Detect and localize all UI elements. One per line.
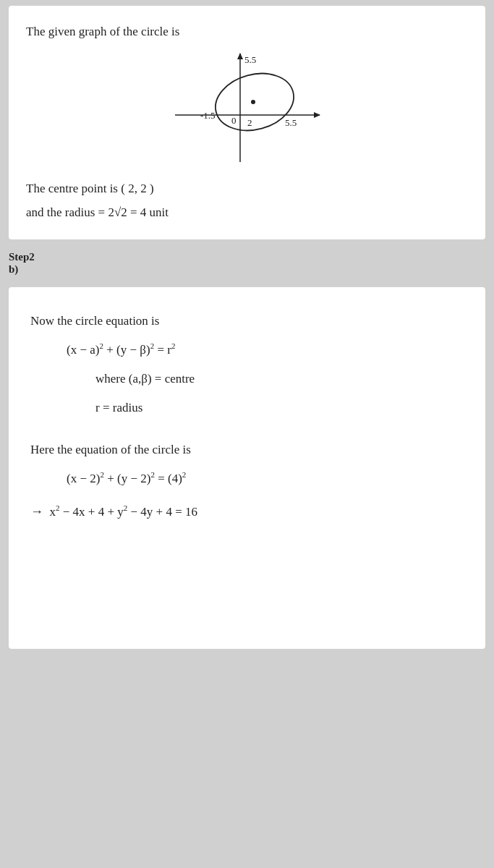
step2-label: Step2 b) xyxy=(0,245,494,281)
section-1: The given graph of the circle is xyxy=(9,6,485,239)
step2-title: Step2 xyxy=(9,251,485,263)
svg-text:-1.5: -1.5 xyxy=(200,110,216,121)
arrow-icon: → xyxy=(30,504,43,519)
radius-text: and the radius = 2√2 = 4 unit xyxy=(26,203,468,224)
svg-text:5.5: 5.5 xyxy=(244,54,256,65)
svg-text:2: 2 xyxy=(247,117,252,128)
svg-marker-3 xyxy=(314,112,320,118)
specific-equation: (x − 2)2 + (y − 2)2 = (4)2 xyxy=(67,467,464,491)
svg-text:0: 0 xyxy=(231,115,237,126)
general-equation: (x − a)2 + (y − β)2 = r2 xyxy=(67,338,464,362)
centre-text: The centre point is ( 2, 2 ) xyxy=(26,179,468,200)
here-line: Here the equation of the circle is xyxy=(30,438,464,462)
svg-text:5.5: 5.5 xyxy=(285,117,297,128)
expanded-equation: → x2 − 4x + 4 + y2 − 4y + 4 = 16 xyxy=(30,498,464,524)
r-radius: r = radius xyxy=(95,396,464,420)
where-centre: where (a,β) = centre xyxy=(95,367,464,391)
section-2: Now the circle equation is (x − a)2 + (y… xyxy=(9,287,485,649)
svg-marker-2 xyxy=(237,53,243,59)
graph-container: 5.5 -1.5 0 2 5.5 xyxy=(26,50,468,166)
now-line: Now the circle equation is xyxy=(30,309,464,333)
step2-sub: b) xyxy=(9,263,485,276)
equation-block: Now the circle equation is (x − a)2 + (y… xyxy=(30,309,464,524)
intro-text: The given graph of the circle is xyxy=(26,22,468,43)
graph-area: 5.5 -1.5 0 2 5.5 xyxy=(168,50,327,166)
svg-point-5 xyxy=(251,100,255,104)
